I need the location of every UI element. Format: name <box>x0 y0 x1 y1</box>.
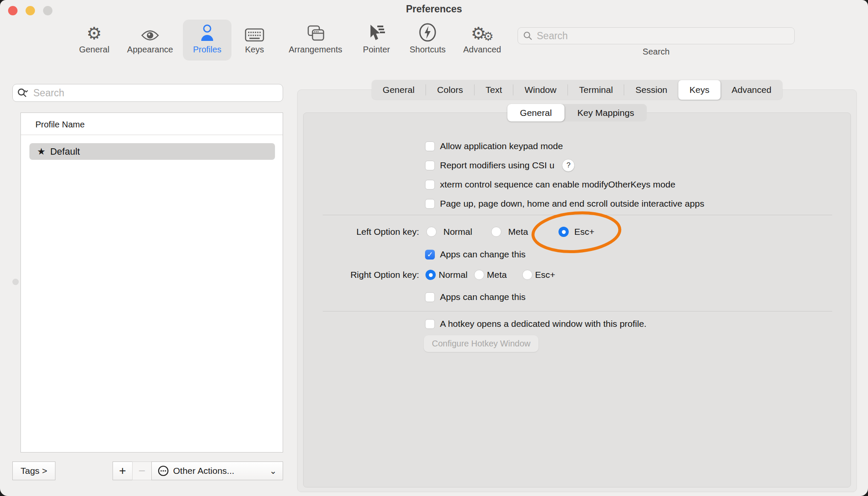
gears-icon: ⚙⚙ <box>448 22 516 42</box>
radio-label[interactable]: Normal <box>439 269 468 281</box>
checkbox-keypad-mode[interactable] <box>425 141 435 151</box>
right-option-key-label: Right Option key: <box>350 269 419 281</box>
add-profile-button[interactable]: + <box>113 461 133 480</box>
toolbar-search-field[interactable]: Search <box>518 27 795 44</box>
profile-search-field[interactable]: Search <box>12 84 283 102</box>
checkbox-row[interactable]: Allow application keypad mode <box>425 140 563 152</box>
checkbox-row[interactable]: xterm control sequence can enable modify… <box>425 179 675 190</box>
profile-row-default[interactable]: ★ Default <box>29 143 275 160</box>
subtab-key-mappings[interactable]: Key Mappings <box>564 104 647 121</box>
search-menu-icon <box>17 88 30 98</box>
profile-settings-panel: General Colors Text Window Terminal Sess… <box>297 89 857 492</box>
tab-general[interactable]: General <box>372 80 426 100</box>
profile-list: Profile Name ★ Default <box>20 112 283 453</box>
chevron-down-icon: ⌄ <box>269 466 277 476</box>
radio-right-option-meta[interactable] <box>474 270 484 280</box>
toolbar-item-keys[interactable]: Keys <box>220 22 289 61</box>
toolbar-search-label: Search <box>613 47 699 57</box>
divider <box>323 311 832 311</box>
radio-right-option-normal[interactable] <box>425 270 436 280</box>
radio-label[interactable]: Normal <box>443 226 472 238</box>
radio-label[interactable]: Esc+ <box>535 269 555 281</box>
other-actions-label: Other Actions... <box>173 466 234 476</box>
radio-label[interactable]: Meta <box>508 226 528 238</box>
keys-subtabs: General Key Mappings <box>507 104 647 121</box>
tab-text[interactable]: Text <box>475 80 513 100</box>
annotation-ellipse <box>529 209 624 255</box>
tags-button[interactable]: Tags > <box>12 461 55 480</box>
subtab-general[interactable]: General <box>507 104 565 121</box>
checkbox-row[interactable]: ✓ Apps can change this <box>425 248 526 260</box>
profile-tabs: General Colors Text Window Terminal Sess… <box>372 80 783 100</box>
checkbox-right-apps-can-change[interactable] <box>425 292 435 302</box>
profile-list-column-header[interactable]: Profile Name <box>35 120 85 130</box>
divider <box>21 135 283 135</box>
tab-session[interactable]: Session <box>625 80 679 100</box>
search-placeholder: Search <box>537 30 568 42</box>
tab-advanced[interactable]: Advanced <box>720 80 782 100</box>
keys-tab-content: General Key Mappings Allow application k… <box>303 112 851 487</box>
left-option-key-label: Left Option key: <box>356 226 419 238</box>
radio-left-option-meta[interactable] <box>491 227 501 237</box>
screenshot: Preferences ⚙ General Appearance Profile… <box>0 0 868 496</box>
windows-icon <box>281 22 350 42</box>
search-placeholder: Search <box>33 87 64 99</box>
radio-left-option-normal[interactable] <box>426 227 437 237</box>
keyboard-icon <box>220 22 289 42</box>
checkbox-row[interactable]: Report modifiers using CSI u ? <box>425 159 575 171</box>
checkbox-hotkey-window[interactable] <box>425 319 435 329</box>
checkbox-row[interactable]: A hotkey opens a dedicated window with t… <box>425 318 646 330</box>
remove-profile-button[interactable]: − <box>132 461 152 480</box>
tab-window[interactable]: Window <box>514 80 568 100</box>
splitter-handle-dot[interactable] <box>12 279 19 285</box>
tab-colors[interactable]: Colors <box>426 80 474 100</box>
checkbox-csi-u[interactable] <box>425 161 435 170</box>
radio-right-option-esc[interactable] <box>522 270 532 280</box>
profile-name: Default <box>50 146 80 157</box>
ellipsis-circle-icon <box>158 465 169 476</box>
window-title: Preferences <box>0 3 868 15</box>
toolbar-item-arrangements[interactable]: Arrangements <box>281 22 350 61</box>
tab-terminal[interactable]: Terminal <box>568 80 624 100</box>
checkbox-left-apps-can-change[interactable]: ✓ <box>425 250 435 260</box>
checkbox-row[interactable]: Page up, page down, home and end scroll … <box>425 198 704 210</box>
checkbox-scroll-outside-apps[interactable] <box>425 199 435 209</box>
configure-hotkey-window-button[interactable]: Configure Hotkey Window <box>424 335 538 352</box>
search-icon <box>523 31 532 40</box>
toolbar-item-advanced[interactable]: ⚙⚙ Advanced <box>448 22 516 61</box>
radio-label[interactable]: Meta <box>487 269 507 281</box>
tab-keys[interactable]: Keys <box>678 80 720 100</box>
preferences-window: Preferences ⚙ General Appearance Profile… <box>0 0 868 496</box>
star-icon: ★ <box>37 146 46 157</box>
checkbox-row[interactable]: Apps can change this <box>425 291 526 303</box>
help-button[interactable]: ? <box>562 159 575 172</box>
other-actions-dropdown[interactable]: Other Actions... ⌄ <box>151 461 283 480</box>
checkbox-modify-other-keys[interactable] <box>425 180 435 190</box>
